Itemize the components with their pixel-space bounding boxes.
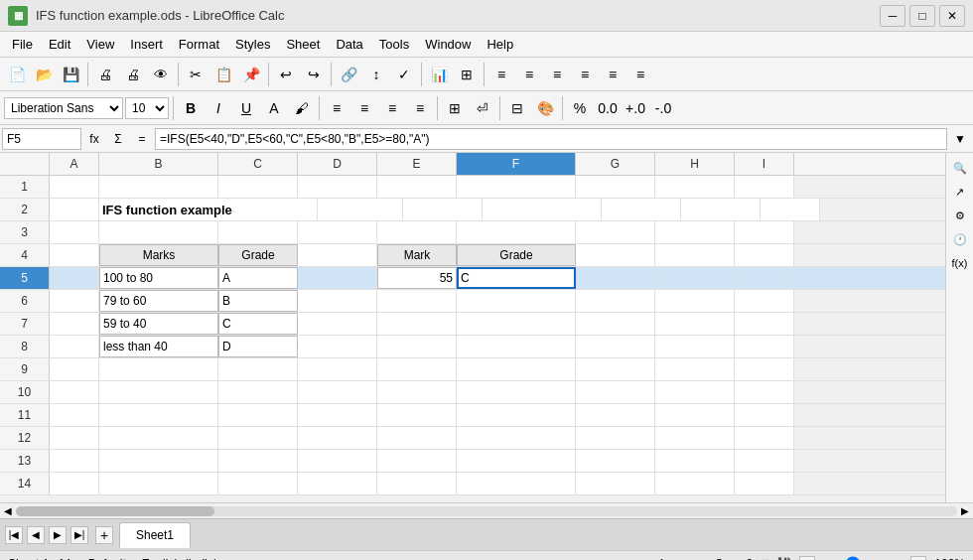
cell-G6[interactable] <box>576 290 655 312</box>
cell-C1[interactable] <box>218 176 298 198</box>
cell-E10[interactable] <box>377 381 457 403</box>
cell-H4[interactable] <box>655 244 735 266</box>
menu-item-styles[interactable]: Styles <box>227 35 278 54</box>
cell-I9[interactable] <box>735 358 794 380</box>
save-button[interactable]: 💾 <box>58 62 83 87</box>
cell-C4[interactable]: Grade <box>218 244 298 266</box>
cell-D7[interactable] <box>298 313 377 335</box>
more-btn4[interactable]: ≡ <box>572 62 598 87</box>
sidebar-settings-button[interactable]: ⚙ <box>949 205 971 226</box>
cell-I6[interactable] <box>735 290 794 312</box>
prev-sheet-button[interactable]: ◀ <box>27 526 45 544</box>
justify-button[interactable]: ≡ <box>407 95 433 121</box>
print-button[interactable]: 🖨 <box>120 62 146 87</box>
cell-F12[interactable] <box>457 427 576 449</box>
minimize-button[interactable]: ─ <box>880 5 905 27</box>
italic-button[interactable]: I <box>206 95 231 121</box>
cell-I13[interactable] <box>735 450 794 472</box>
cut-button[interactable]: ✂ <box>183 62 208 87</box>
paste-button[interactable]: 📌 <box>238 62 264 87</box>
underline-button[interactable]: U <box>233 95 259 121</box>
merge-button[interactable]: ⊞ <box>442 95 468 121</box>
cell-F2[interactable] <box>483 199 602 220</box>
cell-B6[interactable]: 79 to 60 <box>99 290 218 312</box>
cell-I7[interactable] <box>735 313 794 335</box>
cell-A8[interactable] <box>50 336 99 357</box>
menu-item-edit[interactable]: Edit <box>41 35 78 54</box>
cell-C14[interactable] <box>218 473 298 494</box>
hscroll-thumb[interactable] <box>16 506 214 516</box>
new-button[interactable]: 📄 <box>4 62 30 87</box>
cell-H13[interactable] <box>655 450 735 472</box>
cell-G14[interactable] <box>576 473 655 494</box>
menu-item-file[interactable]: File <box>4 35 41 54</box>
cell-H9[interactable] <box>655 358 735 380</box>
last-sheet-button[interactable]: ▶| <box>70 526 88 544</box>
hscroll-track[interactable] <box>16 506 957 516</box>
more-btn5[interactable]: ≡ <box>600 62 626 87</box>
cell-A13[interactable] <box>50 450 99 472</box>
cell-G7[interactable] <box>576 313 655 335</box>
cell-G5[interactable] <box>576 267 655 289</box>
menu-item-data[interactable]: Data <box>328 35 370 54</box>
row-header-1[interactable]: 1 <box>0 176 50 198</box>
row-header-8[interactable]: 8 <box>0 336 50 357</box>
cell-F1[interactable] <box>457 176 576 198</box>
maximize-button[interactable]: □ <box>909 5 935 27</box>
cell-A4[interactable] <box>50 244 99 266</box>
cell-I8[interactable] <box>735 336 794 357</box>
first-sheet-button[interactable]: |◀ <box>5 526 23 544</box>
cell-B7[interactable]: 59 to 40 <box>99 313 218 335</box>
cell-A14[interactable] <box>50 473 99 494</box>
cell-C8[interactable]: D <box>218 336 298 357</box>
menu-item-window[interactable]: Window <box>417 35 479 54</box>
zoom-out-button[interactable]: − <box>799 556 815 561</box>
cell-H5[interactable] <box>655 267 735 289</box>
cell-A6[interactable] <box>50 290 99 312</box>
cell-E12[interactable] <box>377 427 457 449</box>
cell-A3[interactable] <box>50 221 99 243</box>
cell-C10[interactable] <box>218 381 298 403</box>
cell-D6[interactable] <box>298 290 377 312</box>
cell-G13[interactable] <box>576 450 655 472</box>
cell-B2[interactable]: IFS function example <box>99 199 318 220</box>
col-header-I[interactable]: I <box>735 153 794 175</box>
align-right-button[interactable]: ≡ <box>379 95 405 121</box>
row-header-6[interactable]: 6 <box>0 290 50 312</box>
cell-G9[interactable] <box>576 358 655 380</box>
formula-equals-button[interactable]: = <box>131 128 153 150</box>
cell-F11[interactable] <box>457 404 576 426</box>
menu-item-view[interactable]: View <box>78 35 122 54</box>
close-button[interactable]: ✕ <box>939 5 965 27</box>
cell-E2[interactable] <box>403 199 483 220</box>
more-btn3[interactable]: ≡ <box>544 62 570 87</box>
cell-I11[interactable] <box>735 404 794 426</box>
bold-button[interactable]: B <box>178 95 204 121</box>
row-header-14[interactable]: 14 <box>0 473 50 494</box>
cell-A1[interactable] <box>50 176 99 198</box>
cell-C3[interactable] <box>218 221 298 243</box>
cell-I2[interactable] <box>761 199 820 220</box>
cell-E14[interactable] <box>377 473 457 494</box>
percent-button[interactable]: % <box>567 95 593 121</box>
table-button[interactable]: ⊞ <box>454 62 480 87</box>
number-format-button[interactable]: 0.0 <box>595 95 621 121</box>
cell-I3[interactable] <box>735 221 794 243</box>
col-header-B[interactable]: B <box>99 153 218 175</box>
cell-H11[interactable] <box>655 404 735 426</box>
align-left-button[interactable]: ≡ <box>324 95 349 121</box>
more-btn1[interactable]: ≡ <box>488 62 514 87</box>
cell-reference-box[interactable] <box>2 128 81 150</box>
cell-G4[interactable] <box>576 244 655 266</box>
cell-E3[interactable] <box>377 221 457 243</box>
sidebar-function-button[interactable]: f(x) <box>949 252 971 274</box>
cell-I12[interactable] <box>735 427 794 449</box>
cell-G3[interactable] <box>576 221 655 243</box>
sheet-tab-sheet1[interactable]: Sheet1 <box>119 522 191 548</box>
menu-item-tools[interactable]: Tools <box>371 35 417 54</box>
cell-F5[interactable]: C <box>457 267 576 289</box>
cell-G10[interactable] <box>576 381 655 403</box>
cell-F10[interactable] <box>457 381 576 403</box>
row-header-2[interactable]: 2 <box>0 199 50 220</box>
sidebar-find-button[interactable]: 🔍 <box>949 157 971 179</box>
